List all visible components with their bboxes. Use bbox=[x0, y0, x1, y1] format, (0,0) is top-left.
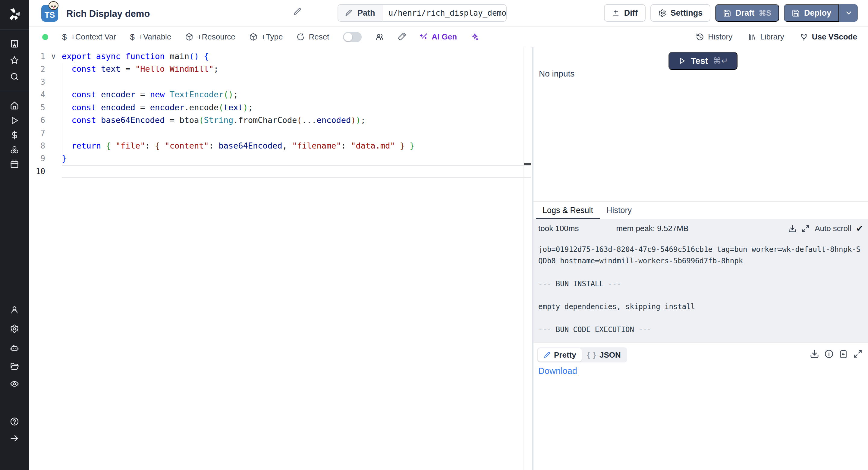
code-line[interactable]: 2 const text = "Hello Windmill"; bbox=[29, 63, 532, 75]
draft-button[interactable]: Draft ⌘S bbox=[715, 4, 779, 22]
save-icon bbox=[792, 9, 800, 17]
code-line-text[interactable]: export async function main() { bbox=[62, 50, 532, 63]
run-logs[interactable]: job=01912d75-163d-8204-47c9-5469c516cb1e… bbox=[533, 238, 868, 342]
expand-result-icon[interactable] bbox=[853, 349, 863, 358]
add-type-button[interactable]: +Type bbox=[249, 32, 283, 41]
sidebar-item-runs[interactable] bbox=[10, 116, 19, 125]
library-icon bbox=[748, 33, 756, 41]
code-line-text[interactable] bbox=[62, 127, 532, 139]
sidebar-item-folders[interactable] bbox=[10, 362, 19, 371]
download-result-icon[interactable] bbox=[810, 349, 819, 358]
sidebar-item-home[interactable] bbox=[10, 101, 19, 110]
test-button[interactable]: Test ⌘↵ bbox=[669, 52, 738, 70]
code-line-text[interactable]: const base64Encoded = btoa(String.fromCh… bbox=[62, 114, 532, 127]
magic-wand-icon bbox=[420, 33, 428, 41]
library-button[interactable]: Library bbox=[748, 32, 784, 41]
sidebar-item-audit[interactable] bbox=[10, 379, 19, 388]
auto-scroll-check-icon[interactable]: ✔ bbox=[856, 224, 863, 233]
save-icon bbox=[723, 9, 731, 17]
sidebar-item-help[interactable] bbox=[10, 417, 19, 426]
history-label: History bbox=[708, 32, 733, 41]
code-line-text[interactable]: } bbox=[62, 152, 532, 165]
download-logs-icon[interactable] bbox=[788, 224, 797, 233]
line-number: 8 bbox=[29, 141, 45, 150]
code-line[interactable]: 5 const encoded = encoder.encode(text); bbox=[29, 101, 532, 114]
multiplayer-toggle[interactable] bbox=[343, 32, 362, 42]
sidebar-item-workers[interactable] bbox=[10, 343, 19, 352]
script-title: Rich Display demo bbox=[66, 8, 150, 19]
edit-summary-button[interactable] bbox=[293, 7, 305, 19]
sidebar-item-workspace[interactable] bbox=[10, 39, 19, 48]
diff-label: Diff bbox=[624, 8, 638, 18]
use-vscode-button[interactable]: Use VScode bbox=[800, 32, 857, 41]
pretty-view-button[interactable]: Pretty bbox=[538, 348, 582, 362]
code-line[interactable]: 3 bbox=[29, 75, 532, 88]
multiplayer-users-button[interactable] bbox=[375, 33, 384, 41]
sidebar-item-favorites[interactable] bbox=[10, 56, 19, 65]
left-sidebar bbox=[0, 0, 29, 470]
sidebar-item-settings[interactable] bbox=[10, 324, 19, 333]
add-resource-button[interactable]: +Resource bbox=[185, 32, 235, 41]
reset-button[interactable]: Reset bbox=[297, 32, 329, 41]
code-line[interactable]: 1∨export async function main() { bbox=[29, 50, 532, 63]
code-editor[interactable]: 1∨export async function main() {2 const … bbox=[29, 47, 532, 470]
sidebar-item-account[interactable] bbox=[10, 305, 19, 314]
tab-logs-result[interactable]: Logs & Result bbox=[536, 201, 600, 219]
json-view-button[interactable]: { } JSON bbox=[582, 348, 626, 362]
script-path-value[interactable]: u/henri/rich_display_demo bbox=[382, 5, 507, 21]
building-icon bbox=[10, 39, 19, 48]
history-button[interactable]: History bbox=[696, 32, 733, 41]
run-panel: Test ⌘↵ No inputs Logs & Result History … bbox=[533, 47, 868, 470]
clipboard-copy-icon[interactable] bbox=[839, 349, 848, 358]
sidebar-item-resources[interactable] bbox=[10, 145, 19, 154]
settings-button[interactable]: Settings bbox=[650, 4, 711, 22]
info-icon[interactable] bbox=[824, 349, 834, 358]
add-variable-label: +Variable bbox=[138, 32, 172, 41]
add-context-var-label: +Context Var bbox=[71, 32, 116, 41]
code-line-text[interactable]: const text = "Hello Windmill"; bbox=[62, 63, 532, 75]
code-line-text[interactable] bbox=[62, 165, 531, 178]
package-icon bbox=[249, 33, 257, 41]
ai-sparkles-button[interactable] bbox=[471, 33, 479, 41]
gear-icon bbox=[10, 324, 19, 333]
auto-scroll-label[interactable]: Auto scroll bbox=[815, 224, 851, 233]
dollar-icon bbox=[10, 130, 19, 139]
search-icon bbox=[10, 72, 19, 81]
result-actions bbox=[810, 349, 863, 358]
tab-history[interactable]: History bbox=[600, 201, 638, 219]
code-line-text[interactable]: return { "file": { "content": base64Enco… bbox=[62, 139, 532, 152]
code-line[interactable]: 10 bbox=[29, 165, 532, 178]
draft-label: Draft bbox=[735, 8, 754, 18]
line-number: 5 bbox=[29, 103, 45, 112]
sidebar-item-variables[interactable] bbox=[10, 130, 19, 139]
download-result-link[interactable]: Download bbox=[538, 366, 577, 376]
sidebar-collapse-button[interactable] bbox=[10, 434, 19, 443]
deploy-button[interactable]: Deploy bbox=[784, 4, 839, 22]
code-line[interactable]: 4 const encoder = new TextEncoder(); bbox=[29, 88, 532, 101]
diff-button[interactable]: Diff bbox=[604, 4, 646, 22]
fold-chevron-icon[interactable]: ∨ bbox=[45, 52, 62, 61]
expand-logs-icon[interactable] bbox=[801, 224, 810, 233]
code-line[interactable]: 6 const base64Encoded = btoa(String.from… bbox=[29, 114, 532, 127]
format-code-button[interactable] bbox=[398, 33, 406, 41]
typescript-language-badge: TS bbox=[41, 5, 58, 22]
code-line-text[interactable]: const encoded = encoder.encode(text); bbox=[62, 101, 532, 114]
settings-label: Settings bbox=[671, 8, 703, 18]
code-line[interactable]: 7 bbox=[29, 127, 532, 139]
deploy-more-button[interactable] bbox=[839, 4, 858, 22]
windmill-logo-icon[interactable] bbox=[7, 7, 22, 22]
code-line-text[interactable] bbox=[62, 75, 532, 88]
sidebar-item-search[interactable] bbox=[10, 72, 19, 81]
add-context-var-button[interactable]: $ +Context Var bbox=[62, 32, 116, 42]
sidebar-item-schedules[interactable] bbox=[10, 160, 19, 169]
sync-status-dot bbox=[42, 34, 48, 40]
edit-path-button[interactable]: Path bbox=[338, 5, 382, 21]
sidebar-divider bbox=[0, 91, 29, 91]
code-line[interactable]: 8 return { "file": { "content": base64En… bbox=[29, 139, 532, 152]
ai-gen-button[interactable]: AI Gen bbox=[420, 32, 457, 41]
add-variable-button[interactable]: $ +Variable bbox=[130, 32, 171, 42]
code-line[interactable]: 9} bbox=[29, 152, 532, 165]
add-resource-label: +Resource bbox=[197, 32, 235, 41]
toggle-switch[interactable] bbox=[343, 32, 362, 42]
code-line-text[interactable]: const encoder = new TextEncoder(); bbox=[62, 88, 532, 101]
